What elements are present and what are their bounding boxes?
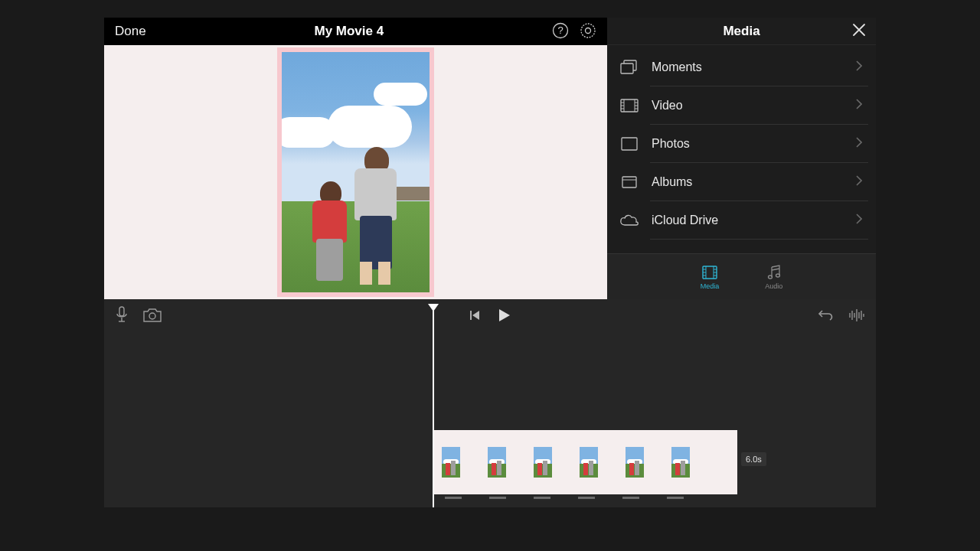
timeline-clip[interactable] [434, 430, 737, 494]
photos-icon [619, 135, 639, 152]
skip-back-icon [469, 309, 481, 324]
albums-icon [619, 174, 639, 191]
clip-thumbnail [488, 447, 506, 478]
done-button[interactable]: Done [115, 24, 146, 39]
chevron-right-icon [856, 99, 862, 112]
svg-point-32 [149, 313, 155, 319]
clip-thumbnail [580, 447, 598, 478]
media-item-albums[interactable]: Albums [607, 163, 876, 201]
timeline-toolbar [104, 299, 876, 333]
svg-rect-15 [622, 138, 637, 150]
svg-rect-29 [119, 307, 124, 316]
tab-audio[interactable]: Audio [765, 264, 782, 290]
header-icons: ? [552, 22, 596, 41]
clip-thumbnail [442, 447, 460, 478]
preview-viewport[interactable] [104, 45, 607, 299]
svg-rect-16 [622, 177, 636, 187]
skip-back-button[interactable] [469, 309, 481, 324]
media-tabs: Media Audio [607, 253, 876, 299]
video-icon [619, 97, 639, 114]
media-header: Media [607, 18, 876, 45]
tab-label: Media [701, 282, 720, 290]
project-title: My Movie 4 [314, 24, 384, 39]
icloud-icon [619, 212, 639, 229]
play-button[interactable] [496, 308, 511, 325]
media-list: Moments Video [607, 45, 876, 253]
preview-header: Done My Movie 4 ? [104, 18, 607, 45]
moments-icon [619, 59, 639, 76]
preview-panel: Done My Movie 4 ? [104, 18, 607, 299]
gear-icon [580, 22, 596, 41]
svg-point-2 [581, 24, 595, 37]
camera-button[interactable] [142, 306, 162, 327]
clip-marks [434, 497, 737, 501]
clip-thumbnail [534, 447, 552, 478]
tab-media[interactable]: Media [701, 264, 720, 290]
tab-label: Audio [765, 282, 782, 290]
help-button[interactable]: ? [552, 22, 569, 41]
camera-icon [142, 308, 162, 325]
top-area: Done My Movie 4 ? [104, 18, 876, 299]
filmstrip-icon [701, 264, 718, 281]
media-item-video[interactable]: Video [607, 86, 876, 125]
playhead[interactable] [433, 305, 434, 507]
play-icon [496, 308, 511, 325]
undo-button[interactable] [818, 308, 835, 324]
media-item-label: Albums [652, 175, 856, 189]
help-icon: ? [552, 22, 569, 41]
chevron-right-icon [856, 175, 862, 189]
svg-text:?: ? [557, 24, 563, 36]
waveform-button[interactable] [848, 308, 865, 324]
media-item-photos[interactable]: Photos [607, 125, 876, 163]
photo-clip [277, 47, 434, 297]
media-panel: Media Moments [607, 18, 876, 299]
waveform-icon [848, 308, 865, 324]
svg-rect-5 [621, 64, 633, 73]
undo-icon [818, 308, 835, 324]
media-item-label: Moments [652, 60, 856, 74]
photo-content [282, 52, 430, 292]
chevron-right-icon [856, 214, 862, 227]
timeline-panel: 6.0s [104, 299, 876, 507]
clip-thumbnail [626, 447, 644, 478]
close-media-button[interactable] [851, 22, 867, 42]
clip-thumbnail [671, 447, 690, 478]
media-item-label: iCloud Drive [652, 214, 856, 227]
settings-button[interactable] [580, 22, 596, 41]
media-item-icloud[interactable]: iCloud Drive [607, 201, 876, 240]
chevron-right-icon [856, 60, 862, 74]
clip-duration-label: 6.0s [741, 452, 766, 466]
media-item-label: Video [652, 99, 856, 112]
microphone-icon [115, 306, 129, 327]
music-note-icon [766, 264, 782, 281]
microphone-button[interactable] [115, 306, 129, 327]
media-title: Media [723, 24, 760, 39]
close-icon [851, 22, 867, 41]
media-item-moments[interactable]: Moments [607, 48, 876, 86]
media-item-label: Photos [652, 137, 856, 151]
imovie-editor: Done My Movie 4 ? [104, 18, 876, 507]
svg-point-3 [586, 28, 591, 33]
chevron-right-icon [856, 137, 862, 151]
